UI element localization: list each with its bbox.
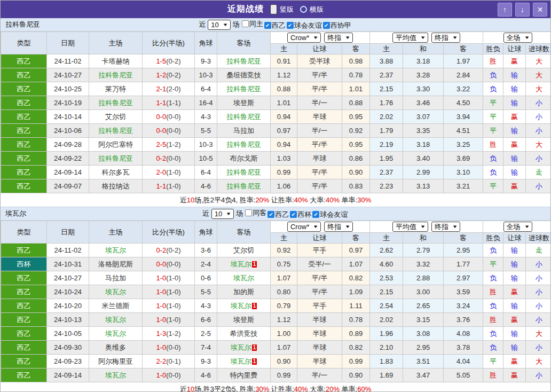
checkbox-球会友谊[interactable]: ✔ — [287, 22, 294, 29]
result-cell: 负 — [483, 166, 503, 179]
league-cell: 西乙 — [1, 355, 47, 369]
avg-source-select[interactable]: 平均值▼ — [392, 33, 428, 43]
date-cell: 24-11-02 — [47, 244, 89, 257]
team-name: 格拉纳达 — [102, 182, 130, 190]
league-cell: 西乙 — [1, 152, 47, 166]
match-row: 西乙24-09-07格拉纳达1-1(1-0)4-6拉科鲁尼亚1.06平/半0.8… — [1, 179, 551, 193]
avg-odds-cell: 3.18 — [403, 54, 444, 68]
odds-cell: 0.99 — [342, 355, 370, 369]
odds-cell: 平/半 — [297, 166, 342, 179]
checkbox-西乙[interactable]: ✔ — [264, 22, 271, 29]
checkbox-label: 球会友谊 — [320, 210, 348, 219]
odds-cell: 平/半 — [297, 179, 342, 193]
move-up-button[interactable]: ↑ — [498, 3, 512, 17]
scope-select[interactable]: 全场▼ — [503, 222, 532, 232]
result-cell: 输 — [503, 96, 526, 110]
score-cell: 1-2(0-2) — [143, 68, 195, 82]
checkbox-西乙[interactable]: ✔ — [267, 211, 274, 218]
home-cell: 拉科鲁尼亚 — [89, 96, 143, 110]
chevron-down-icon: ▼ — [452, 35, 458, 40]
match-row: 西乙24-11-02埃瓦尔0-2(0-2)3-6艾尔切0.92平手0.972.6… — [1, 244, 551, 257]
score-cell: 0-0(0-0) — [143, 257, 195, 271]
checkbox-同客[interactable] — [245, 209, 252, 216]
avg-odds-cell: 4.50 — [444, 96, 483, 110]
home-cell: 拉科鲁尼亚 — [89, 124, 143, 138]
odds-cell: 半球 — [297, 110, 342, 124]
avg-final-select[interactable]: 终指▼ — [431, 33, 460, 43]
filter-checkboxes: 同客✔西乙✔西杯✔球会友谊 — [245, 208, 349, 219]
match-row: 西乙24-10-06拉科鲁尼亚0-0(0-0)5-5马拉加0.97半/一0.92… — [1, 124, 551, 138]
odds-cell: 0.79 — [271, 299, 297, 313]
result-cell: 平 — [483, 124, 503, 138]
corner-cell: 2-5 — [195, 327, 217, 341]
match-count-value: 10 — [211, 21, 218, 29]
odds-source-select[interactable]: Crow*▼ — [287, 222, 321, 232]
odds-source-select[interactable]: Crow*▼ — [287, 33, 321, 43]
close-button[interactable]: ✕ — [533, 3, 547, 17]
away-cell: 埃瓦尔1 — [217, 341, 271, 355]
subcol-avg-away: 客 — [444, 44, 483, 54]
away-cell: 加的斯 — [217, 285, 271, 299]
odds-cell: 1.03 — [271, 152, 297, 166]
home-cell: 科尔多瓦 — [89, 166, 143, 179]
avg-odds-cell: 3.40 — [403, 152, 444, 166]
odds-cell: 1.12 — [271, 313, 297, 327]
league-cell: 西乙 — [1, 299, 47, 313]
checkbox-球会友谊[interactable]: ✔ — [312, 211, 319, 218]
layout-radio-vertical[interactable]: 竖版 — [270, 4, 294, 14]
scope-select[interactable]: 全场▼ — [503, 33, 532, 43]
result-cell: 赢 — [503, 179, 526, 193]
result-cell: 大 — [526, 327, 551, 341]
filter-controls: 近 10 ▼ 场 同主✔西乙✔球会友谊✔西协甲 — [1, 19, 550, 30]
avg-odds-cell: 3.35 — [403, 124, 444, 138]
section-team-2: 埃瓦尔 近 10 ▼ 场 同客✔西乙✔西杯✔球会友谊 类型 — [1, 207, 550, 392]
score-cell: 0-0(0-0) — [143, 110, 195, 124]
avg-odds-cell: 1.83 — [370, 355, 403, 369]
result-cell: 赢 — [503, 313, 526, 327]
avg-odds-cell: 3.88 — [370, 54, 403, 68]
date-cell: 24-09-14 — [47, 166, 89, 179]
away-cell: 拉科鲁尼亚 — [217, 54, 271, 68]
odds-cell: 半/一 — [297, 96, 342, 110]
odds-final-select[interactable]: 终指▼ — [324, 33, 353, 43]
result-cell: 小 — [526, 271, 551, 285]
match-count-select[interactable]: 10 ▼ — [211, 209, 234, 219]
score-cell: 1-0(1-0) — [143, 271, 195, 285]
move-down-button[interactable]: ↓ — [515, 3, 530, 17]
away-cell: 埃登斯 — [217, 96, 271, 110]
chevron-down-icon: ▼ — [313, 35, 319, 40]
col-header-score: 比分(半场) — [143, 221, 195, 244]
avg-odds-cell: 2.95 — [403, 341, 444, 355]
layout-radio-horizontal[interactable]: 横版 — [300, 5, 324, 14]
title-bar: 近期战绩 竖版 横版 ↑ ↓ ✕ — [1, 1, 550, 18]
team-name: 布尔戈斯 — [230, 154, 258, 162]
checkbox-西杯[interactable]: ✔ — [290, 211, 297, 218]
league-cell: 西乙 — [1, 82, 47, 96]
odds-cell: 0.92 — [271, 244, 297, 257]
date-cell: 24-09-22 — [47, 152, 89, 166]
avg-odds-cell: 2.10 — [370, 341, 403, 355]
date-cell: 24-10-20 — [47, 299, 89, 313]
col-header-corner: 角球 — [195, 221, 217, 244]
avg-odds-cell: 1.96 — [370, 327, 403, 341]
result-cell: 赢 — [503, 355, 526, 369]
team-name: 洛格朗尼斯 — [98, 260, 133, 268]
subcol-home-odds: 主 — [271, 233, 297, 244]
odds-cell: 平/半 — [297, 285, 342, 299]
radio-unselected-icon[interactable] — [300, 6, 307, 13]
checkbox-同主[interactable] — [242, 20, 249, 27]
league-cell: 西乙 — [1, 369, 47, 382]
radio-selected-icon[interactable] — [270, 4, 277, 14]
team-name: 拉科鲁尼亚 — [226, 140, 261, 148]
result-cell: 输 — [503, 166, 526, 179]
match-count-select[interactable]: 10 ▼ — [208, 20, 230, 30]
avg-final-select[interactable]: 终指▼ — [431, 222, 460, 232]
team-name-heading: 埃瓦尔 — [1, 209, 26, 218]
odds-cell: 0.80 — [271, 285, 297, 299]
odds-final-select[interactable]: 终指▼ — [324, 222, 353, 232]
odds-cell: 0.75 — [271, 257, 297, 271]
checkbox-西协甲[interactable]: ✔ — [323, 22, 330, 29]
red-card-badge: 1 — [252, 261, 257, 268]
avg-source-select[interactable]: 平均值▼ — [392, 222, 428, 232]
home-cell: 洛格朗尼斯 — [89, 257, 143, 271]
